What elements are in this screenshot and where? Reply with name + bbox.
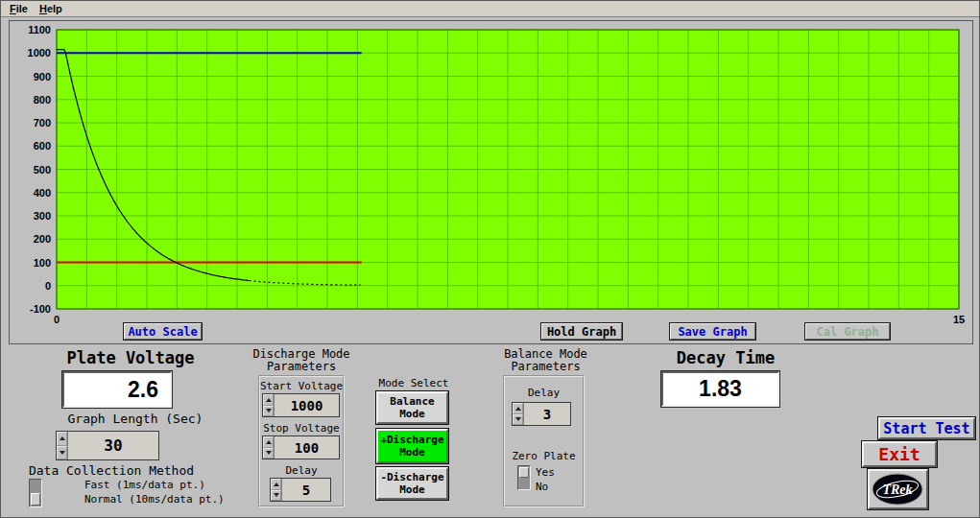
balance-params-group: Delay 3 Zero Plate Yes No: [503, 375, 585, 507]
spin-arrows: [271, 479, 282, 501]
data-collection-fast-label: Fast (1ms/data pt.): [84, 479, 205, 491]
arrow-down-icon: [274, 493, 279, 497]
discharge-params-title-line2: Parameters: [246, 360, 357, 373]
balance-mode-button[interactable]: Balance Mode: [376, 391, 448, 424]
graph-length-label: Graph Length (Sec): [44, 412, 227, 426]
spin-down-button[interactable]: [513, 414, 523, 426]
discharge-params-title-line1: Discharge Mode: [246, 347, 357, 361]
mode-button-line1: -Discharge: [380, 471, 443, 483]
spin-up-button[interactable]: [263, 394, 274, 406]
svg-text:0: 0: [45, 280, 51, 292]
spin-arrows: [57, 432, 68, 459]
zero-plate-no-label: No: [536, 481, 548, 493]
mode-button-line1: +Discharge: [380, 434, 443, 446]
mode-select-label: Mode Select: [370, 377, 457, 389]
menu-item-file[interactable]: File: [4, 3, 34, 14]
trek-logo-text: TRek: [882, 483, 912, 497]
mode-button-line1: Balance: [390, 395, 434, 408]
spin-up-button[interactable]: [57, 432, 67, 446]
save-graph-button[interactable]: Save Graph: [670, 323, 755, 340]
exit-button[interactable]: Exit: [862, 441, 937, 467]
chart-panel: -100010020030040050060070080090010001100…: [9, 20, 973, 344]
negative-discharge-mode-button[interactable]: -Discharge Mode: [376, 467, 448, 500]
spin-down-button[interactable]: [57, 446, 67, 460]
svg-text:700: 700: [34, 117, 51, 129]
mode-button-line2: Mode: [399, 446, 425, 459]
svg-text:15: 15: [953, 314, 965, 325]
discharge-delay-spinner[interactable]: 5: [270, 478, 331, 502]
svg-text:1000: 1000: [28, 47, 51, 59]
svg-text:800: 800: [34, 94, 51, 106]
arrow-up-icon: [266, 440, 272, 444]
plate-voltage-label: Plate Voltage: [59, 348, 203, 367]
graph-length-spinner[interactable]: 30: [56, 431, 159, 460]
svg-text:200: 200: [34, 233, 51, 245]
plate-voltage-value: 2.6: [128, 377, 158, 403]
hold-graph-button[interactable]: Hold Graph: [541, 323, 622, 340]
start-voltage-value[interactable]: 1000: [275, 394, 339, 416]
decay-graph: -100010020030040050060070080090010001100…: [10, 21, 972, 342]
app-window: File Help -10001002003004005006007008009…: [0, 0, 980, 518]
spin-down-button[interactable]: [263, 406, 274, 417]
stop-voltage-label: Stop Voltage: [260, 422, 343, 435]
arrow-down-icon: [266, 451, 272, 455]
auto-scale-button[interactable]: Auto Scale: [124, 323, 202, 340]
discharge-delay-label: Delay: [260, 464, 343, 477]
mode-button-line2: Mode: [399, 408, 425, 420]
balance-delay-label: Delay: [505, 387, 583, 399]
data-collection-toggle[interactable]: [29, 479, 42, 507]
start-test-button[interactable]: Start Test: [878, 417, 975, 439]
spin-up-button[interactable]: [271, 479, 281, 490]
cal-graph-button[interactable]: Cal Graph: [805, 323, 890, 340]
balance-params-title-line2: Parameters: [500, 360, 591, 373]
svg-text:400: 400: [34, 187, 51, 199]
toggle-knob[interactable]: [31, 493, 40, 506]
spin-down-button[interactable]: [263, 448, 274, 459]
stop-voltage-spinner[interactable]: 100: [262, 436, 340, 459]
svg-text:1100: 1100: [28, 24, 51, 35]
data-collection-normal-label: Normal (10ms/data pt.): [84, 493, 225, 506]
svg-text:100: 100: [34, 257, 51, 269]
positive-discharge-mode-button[interactable]: +Discharge Mode: [376, 429, 448, 463]
arrow-up-icon: [274, 483, 279, 486]
arrow-up-icon: [60, 436, 65, 440]
decay-time-label: Decay Time: [663, 348, 788, 367]
arrow-up-icon: [515, 407, 521, 411]
mode-button-line2: Mode: [399, 483, 425, 496]
svg-text:-100: -100: [30, 303, 51, 315]
arrow-up-icon: [266, 398, 272, 402]
svg-text:0: 0: [54, 314, 60, 325]
arrow-down-icon: [266, 409, 272, 412]
data-collection-label: Data Collection Method: [9, 463, 214, 478]
spin-down-button[interactable]: [271, 490, 281, 502]
trek-logo-button[interactable]: TRek: [868, 469, 928, 509]
plate-voltage-display: 2.6: [62, 371, 172, 408]
start-voltage-spinner[interactable]: 1000: [262, 393, 340, 417]
arrow-down-icon: [60, 451, 65, 455]
balance-delay-spinner[interactable]: 3: [512, 402, 571, 426]
spin-up-button[interactable]: [513, 403, 523, 414]
spin-up-button[interactable]: [263, 436, 274, 448]
spin-arrows: [263, 394, 275, 416]
svg-text:900: 900: [34, 71, 51, 82]
decay-time-value: 1.83: [699, 376, 742, 402]
discharge-params-group: Start Voltage 1000 Stop Voltage 100 Dela…: [258, 375, 345, 507]
menu-bar: File Help: [1, 1, 979, 17]
balance-delay-value[interactable]: 3: [524, 403, 570, 425]
spin-arrows: [513, 403, 524, 425]
menu-item-help[interactable]: Help: [34, 3, 68, 14]
discharge-delay-value[interactable]: 5: [282, 479, 330, 501]
toggle-knob[interactable]: [519, 467, 529, 478]
start-voltage-label: Start Voltage: [260, 380, 343, 392]
decay-time-display: 1.83: [661, 371, 779, 407]
spin-arrows: [263, 436, 275, 459]
svg-text:500: 500: [34, 164, 51, 176]
arrow-down-icon: [515, 417, 521, 421]
svg-text:600: 600: [34, 140, 51, 152]
graph-length-value[interactable]: 30: [68, 432, 158, 459]
zero-plate-label: Zero Plate: [505, 450, 583, 462]
stop-voltage-value[interactable]: 100: [275, 436, 339, 459]
svg-text:300: 300: [34, 210, 51, 222]
zero-plate-yes-label: Yes: [536, 466, 555, 479]
zero-plate-toggle[interactable]: [517, 465, 531, 490]
